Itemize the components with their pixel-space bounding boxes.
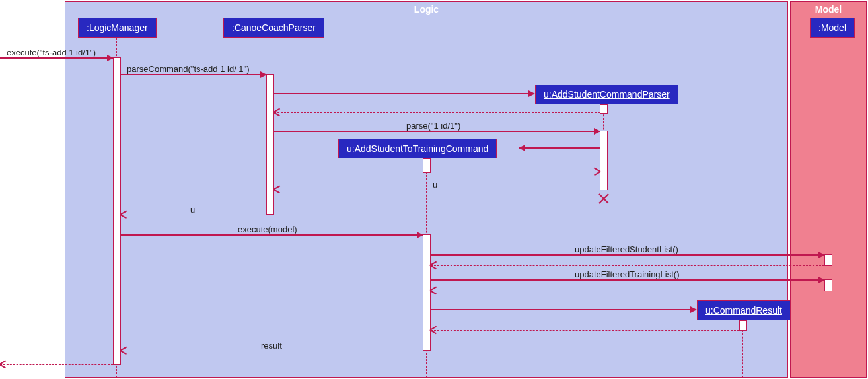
participant-label: :CanoeCoachParser bbox=[232, 22, 316, 33]
arrowhead-icon bbox=[690, 306, 697, 313]
activation-model-1 bbox=[824, 254, 832, 266]
arrowhead-icon bbox=[107, 55, 114, 61]
msg-updatestudent: updateFilteredStudentList() bbox=[575, 244, 678, 254]
arrow-return bbox=[431, 330, 739, 331]
arrow-return bbox=[0, 364, 113, 365]
participant-label: u:CommandResult bbox=[705, 305, 782, 316]
arrowhead-icon bbox=[274, 109, 281, 116]
participant-model: :Model bbox=[810, 18, 855, 38]
arrow-return bbox=[121, 215, 266, 215]
arrowhead-icon bbox=[121, 347, 127, 354]
arrow bbox=[519, 147, 600, 149]
activation-asttc-1 bbox=[423, 158, 431, 173]
arrow-return bbox=[431, 291, 824, 291]
arrow bbox=[431, 254, 824, 256]
arrowhead-icon bbox=[431, 287, 437, 294]
arrowhead-icon bbox=[121, 211, 127, 218]
arrow-return bbox=[431, 265, 824, 266]
arrowhead-icon bbox=[431, 327, 437, 333]
arrow bbox=[431, 309, 696, 310]
arrowhead-icon bbox=[818, 277, 825, 283]
msg-result: result bbox=[261, 341, 282, 351]
activation-logicmanager bbox=[113, 57, 121, 365]
msg-parsecommand: parseCommand("ts-add 1 id/ 1") bbox=[127, 64, 250, 74]
arrowhead-icon bbox=[528, 90, 535, 97]
arrow-return bbox=[274, 112, 600, 113]
model-frame: Model bbox=[790, 1, 867, 378]
destroy-icon bbox=[597, 191, 610, 205]
msg-u2: u bbox=[190, 205, 195, 215]
msg-u1: u bbox=[433, 180, 437, 190]
participant-label: :LogicManager bbox=[87, 22, 148, 33]
msg-execute1: execute("ts-add 1 id/1") bbox=[7, 48, 96, 57]
msg-parse: parse("1 id/1") bbox=[406, 121, 460, 131]
arrow-return bbox=[274, 190, 600, 190]
activation-ascp-1 bbox=[600, 104, 608, 114]
arrowhead-icon bbox=[431, 262, 437, 269]
arrow-return bbox=[431, 172, 600, 172]
logic-frame-title: Logic bbox=[65, 2, 787, 17]
activation-asttc-2 bbox=[423, 234, 431, 351]
activation-commandresult bbox=[739, 320, 747, 331]
activation-canoecoachparser bbox=[266, 74, 274, 215]
arrowhead-icon bbox=[594, 128, 600, 135]
arrow bbox=[274, 131, 600, 132]
participant-addstudentcommandparser: u:AddStudentCommandParser bbox=[535, 85, 678, 104]
arrowhead-icon bbox=[519, 145, 525, 151]
arrowhead-icon bbox=[417, 232, 423, 238]
arrowhead-icon bbox=[274, 186, 281, 193]
arrow bbox=[121, 234, 423, 236]
participant-label: u:AddStudentToTrainingCommand bbox=[347, 143, 488, 154]
participant-addstudenttotrainingcommand: u:AddStudentToTrainingCommand bbox=[338, 139, 497, 158]
lifeline-model bbox=[828, 38, 828, 378]
arrowhead-icon bbox=[593, 168, 600, 175]
activation-ascp-2 bbox=[600, 131, 608, 190]
arrowhead-icon bbox=[260, 71, 267, 78]
participant-logicmanager: :LogicManager bbox=[78, 18, 157, 38]
participant-label: u:AddStudentCommandParser bbox=[544, 89, 670, 100]
arrow bbox=[431, 279, 824, 281]
msg-executemodel: execute(model) bbox=[238, 224, 297, 234]
participant-label: :Model bbox=[818, 22, 846, 33]
arrow-return bbox=[121, 351, 423, 351]
arrowhead-icon bbox=[818, 252, 825, 258]
arrow bbox=[0, 57, 113, 59]
arrowhead-icon bbox=[0, 361, 7, 368]
arrow bbox=[121, 74, 266, 75]
model-frame-title: Model bbox=[791, 2, 866, 17]
msg-updatetraining: updateFilteredTrainingList() bbox=[575, 269, 679, 279]
participant-canoecoachparser: :CanoeCoachParser bbox=[223, 18, 324, 38]
participant-commandresult: u:CommandResult bbox=[697, 300, 791, 320]
activation-model-2 bbox=[824, 279, 832, 291]
arrow bbox=[274, 93, 534, 94]
